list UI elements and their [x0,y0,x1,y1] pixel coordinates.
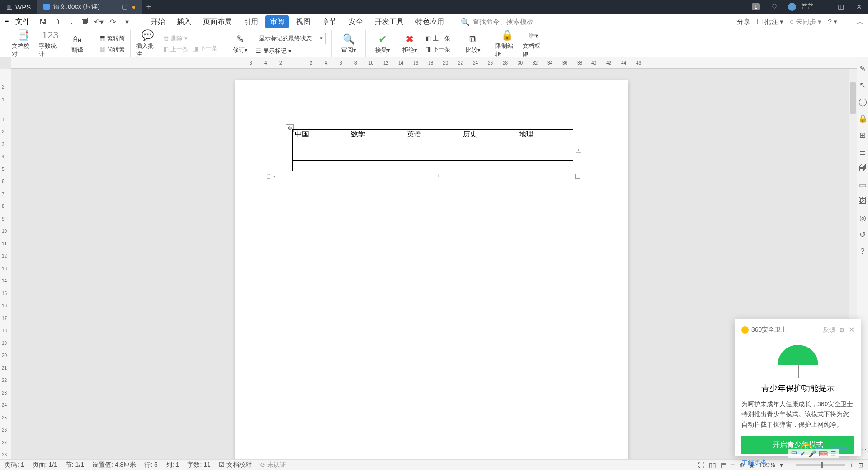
user-avatar[interactable] [783,0,801,14]
search-box[interactable]: 查找命令、搜索模板 [472,18,533,26]
to-simplified-button[interactable]: ䷴繁转简 [100,34,125,42]
maximize-button[interactable]: ◫ [832,0,850,14]
annotate-button[interactable]: ☐ 批注 ▾ [757,18,783,26]
popup-close-icon[interactable]: ✕ [849,325,854,334]
table-cell[interactable]: 英语 [405,130,461,140]
menu-special[interactable]: 特色应用 [411,15,449,28]
ribbon-minimize-icon[interactable]: — [844,18,850,26]
ribbon-collapse-icon[interactable]: ︿ [857,18,863,26]
undo-icon[interactable]: ↶▾ [93,16,104,28]
qat-customize-icon[interactable]: ▾ [121,16,132,28]
table-cell[interactable]: 地理 [517,130,573,140]
add-column-button[interactable]: + [576,147,581,153]
outline-icon[interactable]: ≡ [731,461,735,469]
sync-button[interactable]: ○ 未同步 ▾ [790,18,821,26]
history-icon[interactable]: ↺ [859,230,866,240]
share-button[interactable]: 分享 [737,18,750,26]
close-button[interactable]: ✕ [850,0,868,14]
menu-security[interactable]: 安全 [344,15,368,28]
prev-comment-button[interactable]: ◧上一条 [163,45,188,53]
tab-menu-icon[interactable]: ▢ [122,3,127,10]
print-icon[interactable]: 🖨 [65,16,76,28]
menu-devtools[interactable]: 开发工具 [370,15,408,28]
redo-icon[interactable]: ↷ [107,16,118,28]
grid-icon[interactable]: ⊞ [859,131,866,140]
restrict-edit-button[interactable]: 🔒限制编辑 [495,29,518,58]
delete-comment-button[interactable]: 🗑删除▾ [163,34,188,42]
edit-tool-icon[interactable]: ✎ [859,64,866,73]
wordcount-button[interactable]: 123字数统计 [39,29,61,58]
paragraph-mark: 🗋▾ [265,173,275,180]
target-icon[interactable]: ◎ [859,213,866,223]
notification-badge[interactable]: 1 [747,0,765,14]
document-tab[interactable]: 语文.docx (只读) ▢ ● [37,0,142,14]
table-resize-handle[interactable] [575,174,580,179]
menu-insert[interactable]: 插入 [172,15,196,28]
status-page[interactable]: 页面: 1/1 [33,461,57,469]
show-markup-button[interactable]: ☲显示标记▾ [256,47,326,55]
print-direct-icon[interactable]: 🗐 [79,16,90,28]
review-pane-button[interactable]: 🔍审阅▾ [337,33,360,54]
status-col: 列: 1 [166,461,179,469]
lock-icon[interactable]: 🔒 [858,114,868,123]
next-comment-top-button[interactable] [193,35,217,42]
status-words[interactable]: 字数: 11 [187,461,210,469]
ime-bar[interactable]: 中✔🎤⌨☰ [788,449,839,458]
menu-chapter[interactable]: 章节 [318,15,341,28]
horizontal-ruler[interactable]: 642 246 81012 141618 202224 262830 32343… [11,57,857,69]
status-auth[interactable]: ⊘ 未认证 [260,461,286,469]
markup-state-select[interactable]: 显示标记的最终状态▾ [256,33,326,44]
translate-button[interactable]: 🗛翻译 [66,33,89,54]
document-page[interactable]: ✥ 中国 数学 英语 历史 地理 + + 🗋▾ [235,80,628,469]
tab-modified-icon: ● [132,3,136,10]
track-changes-button[interactable]: ✎修订▾ [229,33,251,54]
shape-tool-icon[interactable]: ◯ [859,97,867,107]
to-traditional-button[interactable]: ䷵简转繁 [100,45,125,53]
menu-review[interactable]: 审阅 [265,15,289,28]
minimize-button[interactable]: — [814,0,832,14]
document-table[interactable]: 中国 数学 英语 历史 地理 [292,129,573,171]
table-cell[interactable]: 中国 [293,130,349,140]
user-name[interactable]: 普普 [801,0,814,14]
table-cell[interactable]: 数学 [349,130,405,140]
pagemode-icon[interactable]: ▤ [721,461,726,469]
save-icon[interactable]: 🖫 [37,16,48,28]
compare-button[interactable]: ⧉比较▾ [462,33,484,54]
doc-permission-button[interactable]: 🗝文档权限 [523,29,545,58]
popup-logo-icon [741,326,749,334]
popup-feedback[interactable]: 反馈 [823,326,835,334]
adjust-icon[interactable]: ≣ [859,147,866,157]
help-icon[interactable]: ? ▾ [828,18,837,26]
reject-button[interactable]: ✖拒绝▾ [398,33,421,54]
fit-icon[interactable]: ⊡ [858,461,863,469]
print-preview-icon[interactable]: 🗋 [51,16,62,28]
menu-reference[interactable]: 引用 [239,15,263,28]
accept-button[interactable]: ✔接受▾ [371,33,394,54]
menu-start[interactable]: 开始 [146,15,170,28]
image-icon[interactable]: 🖼 [859,197,867,206]
add-row-button[interactable]: + [430,173,446,179]
hamburger-icon[interactable]: ≡ [5,18,13,26]
vertical-ruler[interactable]: 2112345678910111213141516171819202122232… [0,69,11,459]
help-side-icon[interactable]: ? [860,247,864,256]
docs-icon[interactable]: 🗐 [859,164,867,173]
skin-icon[interactable]: ♡ [765,0,783,14]
fullscreen-icon[interactable]: ⛶ [698,461,704,469]
proofing-button[interactable]: 📑文档校对 [12,29,34,58]
next-comment-button[interactable]: ◨下一条 [193,44,217,52]
readmode-icon[interactable]: ▯▯ [709,461,716,469]
insert-comment-button[interactable]: 💬插入批注 [136,29,159,58]
menu-layout[interactable]: 页面布局 [198,15,236,28]
popup-learn-more-link[interactable]: 了解更多 [741,459,767,467]
file-menu[interactable]: 文件 [15,17,30,27]
table-cell[interactable]: 历史 [461,130,517,140]
new-tab-button[interactable]: + [142,2,156,12]
next-change-button[interactable]: ◨下一条 [425,45,450,53]
popup-settings-icon[interactable]: ⚙ [839,326,845,334]
menu-view[interactable]: 视图 [292,15,315,28]
select-tool-icon[interactable]: ↖ [859,80,866,90]
status-pageno[interactable]: 页码: 1 [5,461,24,469]
panel-icon[interactable]: ▭ [859,180,866,190]
prev-change-button[interactable]: ◧上一条 [425,34,450,42]
status-proofing[interactable]: ☑ 文档校对 [219,461,252,469]
